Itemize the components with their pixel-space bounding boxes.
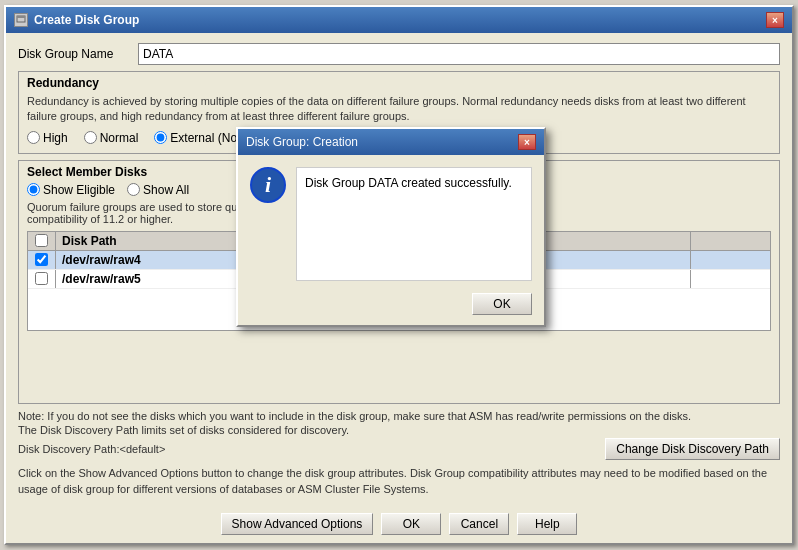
dialog-close-button[interactable]: ×: [518, 134, 536, 150]
dialog-buttons: OK: [238, 289, 544, 325]
dialog-title: Disk Group: Creation: [246, 135, 358, 149]
dialog: Disk Group: Creation × i Disk Group DATA…: [236, 127, 546, 327]
dialog-message: Disk Group DATA created successfully.: [305, 176, 512, 190]
dialog-top-row: i Disk Group DATA created successfully.: [250, 167, 532, 281]
dialog-message-box: Disk Group DATA created successfully.: [296, 167, 532, 281]
dialog-ok-button[interactable]: OK: [472, 293, 532, 315]
info-icon: i: [250, 167, 286, 203]
modal-overlay: Disk Group: Creation × i Disk Group DATA…: [6, 7, 792, 543]
dialog-title-bar: Disk Group: Creation ×: [238, 129, 544, 155]
dialog-body: i Disk Group DATA created successfully.: [238, 155, 544, 289]
main-window: Create Disk Group × Disk Group Name Redu…: [4, 5, 794, 545]
